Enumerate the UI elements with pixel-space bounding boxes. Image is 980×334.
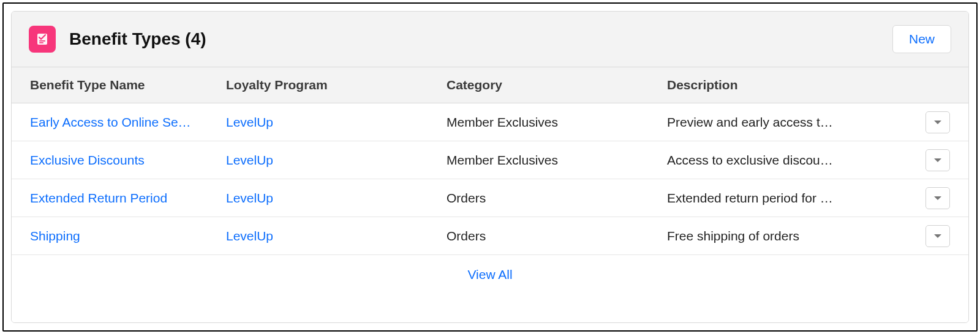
chevron-down-icon (933, 195, 942, 201)
table-row: Early Access to Online Se… LevelUp Membe… (12, 103, 968, 141)
description-cell: Free shipping of orders (667, 229, 925, 243)
chevron-down-icon (933, 233, 942, 239)
new-button[interactable]: New (892, 25, 951, 53)
chevron-down-icon (933, 119, 942, 125)
table-row: Extended Return Period LevelUp Orders Ex… (12, 179, 968, 217)
chevron-down-icon (933, 157, 942, 163)
col-header-loyalty[interactable]: Loyalty Program (226, 78, 447, 92)
svg-rect-2 (39, 42, 43, 43)
table-row: Exclusive Discounts LevelUp Member Exclu… (12, 141, 968, 179)
benefit-name-link[interactable]: Exclusive Discounts (30, 153, 145, 168)
benefit-name-link[interactable]: Shipping (30, 229, 80, 243)
row-actions-menu[interactable] (925, 111, 950, 133)
col-header-category[interactable]: Category (447, 78, 667, 92)
category-cell: Orders (447, 229, 667, 243)
panel-title: Benefit Types (4) (69, 29, 206, 49)
row-actions-menu[interactable] (925, 187, 950, 209)
description-cell: Access to exclusive discou… (667, 153, 925, 168)
col-header-description[interactable]: Description (667, 78, 925, 92)
loyalty-program-link[interactable]: LevelUp (226, 191, 273, 205)
view-all-link[interactable]: View All (467, 267, 512, 282)
benefit-name-link[interactable]: Extended Return Period (30, 191, 167, 206)
loyalty-program-link[interactable]: LevelUp (226, 229, 273, 243)
svg-rect-1 (39, 40, 45, 42)
loyalty-program-link[interactable]: LevelUp (226, 153, 273, 167)
category-cell: Member Exclusives (447, 153, 667, 168)
column-headers: Benefit Type Name Loyalty Program Catego… (12, 67, 968, 103)
table-row: Shipping LevelUp Orders Free shipping of… (12, 217, 968, 255)
category-cell: Orders (447, 191, 667, 206)
panel-footer: View All (12, 255, 968, 322)
loyalty-program-link[interactable]: LevelUp (226, 115, 273, 129)
row-actions-menu[interactable] (925, 149, 950, 171)
screenshot-frame: Benefit Types (4) New Benefit Type Name … (2, 2, 978, 332)
col-header-name[interactable]: Benefit Type Name (12, 78, 226, 92)
benefit-types-icon (29, 26, 56, 53)
benefit-types-panel: Benefit Types (4) New Benefit Type Name … (11, 11, 969, 323)
category-cell: Member Exclusives (447, 115, 667, 130)
benefit-name-link[interactable]: Early Access to Online Se… (30, 115, 191, 130)
panel-header: Benefit Types (4) New (12, 12, 968, 67)
row-actions-menu[interactable] (925, 225, 950, 247)
description-cell: Preview and early access t… (667, 115, 925, 130)
description-cell: Extended return period for … (667, 191, 925, 206)
